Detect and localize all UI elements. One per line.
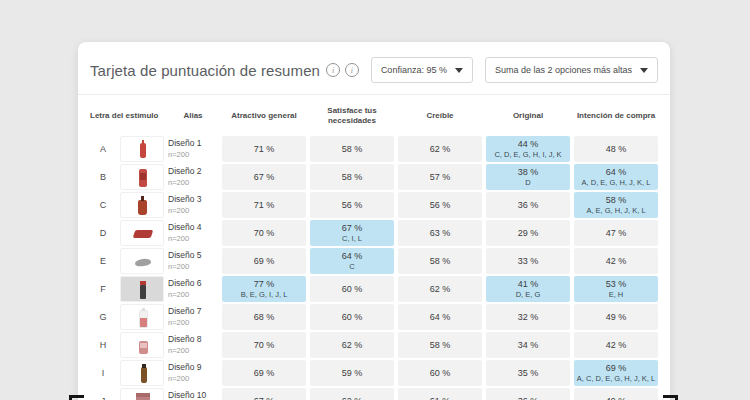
alias-cell: Diseño 3 n=200 bbox=[168, 194, 218, 216]
metric-value: 48 % bbox=[606, 144, 627, 154]
metric-value: 67 % bbox=[254, 396, 275, 400]
metric-cell: 61 % bbox=[398, 388, 482, 400]
metric-cell: 69 % A, C, D, E, G, H, J, K, L bbox=[574, 360, 658, 386]
alias-name: Diseño 9 bbox=[168, 362, 218, 373]
column-header-purchase-intent: Intención de compra bbox=[574, 111, 658, 121]
metric-cell: 63 % bbox=[398, 220, 482, 246]
metric-cell: 32 % bbox=[486, 304, 570, 330]
alias-cell: Diseño 5 n=200 bbox=[168, 250, 218, 272]
metric-value: 32 % bbox=[518, 312, 539, 322]
stimulus-thumbnail[interactable] bbox=[120, 360, 164, 386]
metric-cell: 70 % bbox=[222, 220, 306, 246]
metric-value: 35 % bbox=[518, 368, 539, 378]
metric-letters: C, D, E, G, H, I, J, K bbox=[494, 150, 561, 159]
alias-name: Diseño 5 bbox=[168, 250, 218, 261]
metric-value: 71 % bbox=[254, 144, 275, 154]
table-row: F Diseño 6 n=200 77 % B, E, G, I, J, L 6… bbox=[90, 276, 658, 302]
alias-name: Diseño 6 bbox=[168, 278, 218, 289]
metric-value: 62 % bbox=[430, 284, 451, 294]
page-title: Tarjeta de puntuación de resumen bbox=[90, 62, 320, 79]
confidence-dropdown[interactable]: Confianza: 95 % bbox=[371, 57, 473, 83]
alias-name: Diseño 8 bbox=[168, 334, 218, 345]
alias-sample-size: n=200 bbox=[168, 317, 218, 328]
info-icon[interactable] bbox=[326, 63, 340, 77]
table-row: B Diseño 2 n=200 67 % 58 % 57 % 38 % D 6… bbox=[90, 164, 658, 190]
metric-value: 60 % bbox=[430, 368, 451, 378]
metric-cell: 58 % bbox=[310, 164, 394, 190]
alias-name: Diseño 7 bbox=[168, 306, 218, 317]
metric-value: 36 % bbox=[518, 396, 539, 400]
metric-letters: E, H bbox=[609, 290, 624, 299]
stimulus-letter: F bbox=[90, 284, 116, 294]
metric-value: 62 % bbox=[342, 340, 363, 350]
column-header-alias: Alias bbox=[168, 111, 218, 121]
table-row: C Diseño 3 n=200 71 % 56 % 56 % 36 % 58 … bbox=[90, 192, 658, 218]
stimulus-thumbnail[interactable] bbox=[120, 136, 164, 162]
metric-value: 70 % bbox=[254, 228, 275, 238]
stimulus-thumbnail[interactable] bbox=[120, 248, 164, 274]
metric-cell: 42 % bbox=[574, 248, 658, 274]
metric-value: 58 % bbox=[342, 144, 363, 154]
alias-sample-size: n=200 bbox=[168, 289, 218, 300]
alias-cell: Diseño 7 n=200 bbox=[168, 306, 218, 328]
stimulus-thumbnail[interactable] bbox=[120, 192, 164, 218]
alias-sample-size: n=200 bbox=[168, 345, 218, 356]
metric-value: 42 % bbox=[606, 256, 627, 266]
alias-name: Diseño 3 bbox=[168, 194, 218, 205]
confidence-dropdown-value: Confianza: 95 % bbox=[381, 65, 447, 75]
metric-value: 58 % bbox=[606, 195, 627, 205]
metric-cell: 71 % bbox=[222, 136, 306, 162]
metric-cell: 58 % bbox=[398, 332, 482, 358]
metric-value: 71 % bbox=[254, 200, 275, 210]
metric-cell: 69 % bbox=[222, 248, 306, 274]
alias-name: Diseño 2 bbox=[168, 166, 218, 177]
stimulus-thumbnail[interactable] bbox=[120, 304, 164, 330]
metric-letters: A, E, G, H, J, K, L bbox=[586, 206, 645, 215]
metric-cell: 33 % bbox=[486, 248, 570, 274]
metric-value: 49 % bbox=[606, 312, 627, 322]
stimulus-thumbnail[interactable] bbox=[120, 388, 164, 400]
alias-sample-size: n=200 bbox=[168, 149, 218, 160]
metric-cell: 36 % bbox=[486, 192, 570, 218]
metric-value: 49 % bbox=[606, 396, 627, 400]
alias-cell: Diseño 10 n=200 bbox=[168, 390, 218, 400]
metric-cell: 58 % A, E, G, H, J, K, L bbox=[574, 192, 658, 218]
stimulus-letter: H bbox=[90, 340, 116, 350]
metric-value: 53 % bbox=[606, 279, 627, 289]
alias-cell: Diseño 6 n=200 bbox=[168, 278, 218, 300]
column-header-overall-appeal: Atractivo general bbox=[222, 111, 306, 121]
metric-cell: 38 % D bbox=[486, 164, 570, 190]
metric-cell: 49 % bbox=[574, 388, 658, 400]
metric-cell: 62 % bbox=[310, 388, 394, 400]
stimulus-thumbnail[interactable] bbox=[120, 332, 164, 358]
metric-value: 67 % bbox=[342, 223, 363, 233]
metric-value: 58 % bbox=[430, 256, 451, 266]
metric-value: 68 % bbox=[254, 312, 275, 322]
stimulus-letter: E bbox=[90, 256, 116, 266]
metric-value: 47 % bbox=[606, 228, 627, 238]
metric-cell: 57 % bbox=[398, 164, 482, 190]
stimulus-thumbnail[interactable] bbox=[120, 220, 164, 246]
metric-letters: A, C, D, E, G, H, J, K, L bbox=[577, 374, 655, 383]
stimulus-thumbnail[interactable] bbox=[120, 164, 164, 190]
table-row: E Diseño 5 n=200 69 % 64 % C 58 % 33 % 4… bbox=[90, 248, 658, 274]
metric-letters: A, D, E, G, H, J, K, L bbox=[582, 178, 651, 187]
table-row: I Diseño 9 n=200 69 % 59 % 60 % 35 % 69 … bbox=[90, 360, 658, 386]
metric-value: 62 % bbox=[430, 144, 451, 154]
metric-value: 34 % bbox=[518, 340, 539, 350]
card-header: Tarjeta de puntuación de resumen Confian… bbox=[78, 42, 670, 94]
alias-cell: Diseño 8 n=200 bbox=[168, 334, 218, 356]
metric-value: 64 % bbox=[430, 312, 451, 322]
metric-value: 77 % bbox=[254, 279, 275, 289]
metric-cell: 67 % C, I, L bbox=[310, 220, 394, 246]
metric-cell: 59 % bbox=[310, 360, 394, 386]
metric-cell: 64 % C bbox=[310, 248, 394, 274]
metric-value: 70 % bbox=[254, 340, 275, 350]
metric-cell: 58 % bbox=[310, 136, 394, 162]
metric-value: 69 % bbox=[254, 368, 275, 378]
info-icon[interactable] bbox=[345, 63, 359, 77]
metric-value: 44 % bbox=[518, 139, 539, 149]
stimulus-thumbnail[interactable] bbox=[120, 276, 164, 302]
next-element-corner-left bbox=[69, 395, 84, 400]
metric-dropdown[interactable]: Suma de las 2 opciones más altas bbox=[485, 57, 658, 83]
